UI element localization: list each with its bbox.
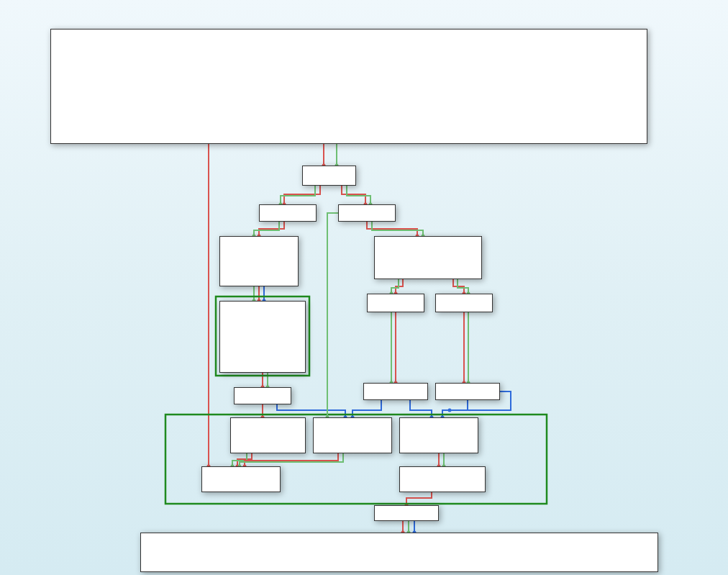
edge-n7R-n8	[406, 492, 432, 505]
edge-n1-n2R	[347, 186, 370, 204]
node-bottom[interactable]	[140, 533, 658, 572]
node-n5L[interactable]	[234, 387, 291, 404]
edge-n3R-n4Rb	[458, 279, 468, 294]
node-n4Rb[interactable]	[435, 294, 493, 312]
edge-n2R-n3R	[367, 222, 417, 236]
edge-n5Ra-n6c	[410, 400, 432, 417]
edge-n6a-n7L	[232, 453, 247, 466]
node-n1[interactable]	[302, 166, 356, 186]
node-n7L[interactable]	[201, 466, 281, 492]
edge-n3R-n4Rb	[453, 279, 464, 294]
edge-n5Ra-n6b	[352, 400, 381, 417]
diagram-canvas	[0, 0, 728, 575]
node-n6c[interactable]	[399, 417, 478, 453]
node-n2L[interactable]	[259, 204, 317, 222]
node-n4L[interactable]	[219, 301, 306, 373]
node-n6a[interactable]	[230, 417, 306, 453]
edge-n1-n2L	[281, 186, 315, 204]
edge-n1-n2L	[284, 186, 320, 204]
edge-n6a-n7L	[237, 453, 252, 466]
edge-n6b-n7L	[245, 453, 338, 466]
edge-n2R-n6b	[327, 213, 338, 417]
edge-n2L-n3L	[259, 222, 284, 236]
edge-n2R-n3R	[372, 222, 423, 236]
node-n5Ra[interactable]	[363, 383, 428, 400]
node-n6b[interactable]	[313, 417, 392, 453]
edge-n2L-n3L	[254, 222, 279, 236]
node-n7R[interactable]	[399, 466, 486, 492]
edge-n1-n2R	[342, 186, 365, 204]
node-n3L[interactable]	[219, 236, 299, 286]
node-n8[interactable]	[374, 505, 439, 521]
edge-n3R-n4Ra	[391, 279, 399, 294]
node-n5Rb[interactable]	[435, 383, 500, 400]
node-n2R[interactable]	[338, 204, 396, 222]
edge-endpoint	[448, 409, 452, 412]
edge-n5Rb-n6c	[442, 400, 468, 417]
node-top[interactable]	[50, 29, 647, 144]
edge-n3R-n4Ra	[396, 279, 403, 294]
node-n3R[interactable]	[374, 236, 482, 279]
edge-n6b-n7L	[240, 453, 343, 466]
edge-n5L-n6b	[277, 404, 345, 417]
node-n4Ra[interactable]	[367, 294, 424, 312]
